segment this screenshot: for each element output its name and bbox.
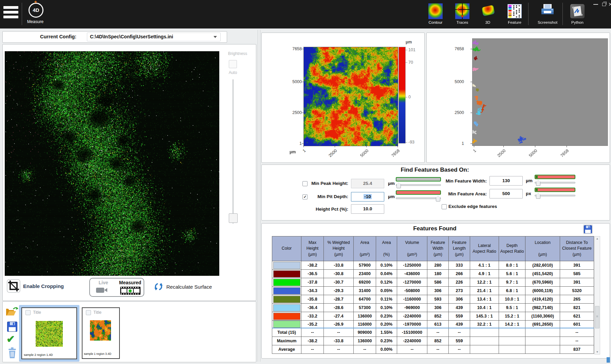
- title-checkbox[interactable]: [25, 310, 31, 315]
- table-scrollbar[interactable]: ▲▼: [594, 236, 600, 355]
- height-pct-label: Height Pct (%):: [297, 206, 348, 212]
- tool-traces[interactable]: Traces: [452, 3, 473, 24]
- chevron-down-icon: [214, 36, 217, 38]
- enable-cropping-label[interactable]: Enable Cropping: [23, 283, 64, 289]
- minimize-icon[interactable]: [593, 4, 598, 5]
- min-feature-area-slider[interactable]: [535, 188, 575, 199]
- table-cell: 4.1 : 1: [470, 261, 499, 270]
- feature-row[interactable]: -35.2-26.91160000.20%-197000061343932.2 …: [272, 321, 594, 328]
- save-results-icon[interactable]: [583, 225, 593, 234]
- gallery-item[interactable]: Title sample 1 region 3.4D: [82, 307, 120, 359]
- axis-tick: 5000: [524, 148, 538, 162]
- table-cell: 837: [560, 345, 594, 353]
- table-cell: 0.04%: [376, 270, 397, 278]
- table-cell: --: [449, 345, 470, 353]
- accept-check-icon[interactable]: ✔: [6, 334, 15, 344]
- table-cell: 333: [449, 261, 470, 270]
- close-icon[interactable]: ✕: [608, 1, 611, 7]
- config-select[interactable]: C:\4D\InSpec\Config\UserSettings.ini: [87, 33, 221, 41]
- table-cell: [470, 345, 499, 353]
- min-peak-height-label: Min Peak Height:: [297, 180, 348, 187]
- table-cell: 559: [449, 312, 470, 321]
- feature-row[interactable]: -36.5-30.8234000.04%-4360001802664.9 : 1…: [272, 270, 594, 278]
- table-cell: -33.8: [324, 337, 354, 345]
- table-cell: -1250000: [397, 261, 427, 270]
- table-cell: 852: [427, 337, 449, 345]
- axis-tick: 2500: [449, 110, 464, 115]
- feature-row[interactable]: -36.4-28.6573000.10%-96900030643910.4 : …: [272, 304, 594, 312]
- feature-location-plot[interactable]: [472, 38, 608, 146]
- gallery-panel: ✔ Title sample 2 region 1.4D Title sampl…: [2, 301, 256, 362]
- min-feature-width-slider[interactable]: [535, 175, 575, 186]
- brightness-slider-thumb[interactable]: [229, 213, 238, 223]
- table-cell: -28.7: [324, 295, 354, 304]
- microscope-image[interactable]: [5, 51, 219, 276]
- menu-icon[interactable]: [3, 6, 18, 20]
- height-map-plot[interactable]: [303, 47, 398, 146]
- min-feature-area-field[interactable]: 500: [489, 189, 523, 198]
- thumbnail-image: [36, 321, 63, 347]
- table-cell: --: [397, 345, 427, 353]
- tool-feature[interactable]: Feature: [504, 3, 525, 24]
- table-cell: --: [354, 345, 376, 353]
- table-cell: -28.6: [324, 304, 354, 312]
- table-cell: -2240000: [397, 337, 427, 345]
- table-cell: 5320: [560, 287, 594, 295]
- title-checkbox[interactable]: [86, 310, 91, 315]
- min-pit-depth-slider[interactable]: [396, 190, 441, 202]
- table-cell: -34.3: [301, 287, 324, 295]
- tool-screenshot[interactable]: Screenshot: [537, 3, 558, 24]
- exclude-edge-checkbox[interactable]: [442, 204, 447, 209]
- table-cell: 0.23%: [376, 337, 397, 345]
- table-cell: (419,4120): [525, 295, 560, 304]
- table-cell: 6.8 : 1: [499, 287, 525, 295]
- panel-splitter[interactable]: [258, 30, 258, 362]
- min-feature-width-field[interactable]: 130: [489, 176, 523, 186]
- recalculate-arrows-icon[interactable]: [153, 281, 164, 292]
- feature-row[interactable]: -35.8-28.7647000.11%-116000059330613.4 :…: [272, 295, 594, 304]
- table-cell: 14.2 : 1: [499, 321, 525, 328]
- table-cell: 10.0 : 1: [499, 295, 525, 304]
- table-cell: [499, 345, 525, 353]
- min-pit-depth-unit: µm: [388, 194, 395, 199]
- measured-toggle[interactable]: Measured: [117, 279, 144, 296]
- height-pct-field[interactable]: 10.0: [351, 204, 384, 214]
- table-cell: 0.10%: [376, 261, 397, 270]
- feature-row[interactable]: -34.3-29.3314000.05%-50800030627321.4 : …: [272, 287, 594, 295]
- brightness-label: Brightness: [220, 51, 255, 56]
- tool-contour[interactable]: Contour: [425, 3, 446, 24]
- summary-row: Total (15)----9090001.55%-15100000------: [272, 328, 594, 337]
- open-file-icon[interactable]: [6, 306, 19, 317]
- tool-python[interactable]: Python: [567, 3, 588, 24]
- table-cell: 12.2 : 1: [470, 278, 499, 287]
- crop-icon[interactable]: [6, 279, 21, 293]
- gallery-item-selected[interactable]: Title sample 2 region 1.4D: [19, 305, 79, 362]
- brightness-slider-track[interactable]: [233, 79, 234, 224]
- table-cell: -508000: [397, 287, 427, 295]
- auto-brightness-box[interactable]: [229, 60, 237, 68]
- summary-label: Average: [272, 345, 301, 353]
- table-cell: -35.8: [301, 295, 324, 304]
- table-cell: 0.10%: [376, 304, 397, 312]
- feature-row[interactable]: -38.2-33.8579000.10%-12500002803334.1 : …: [272, 261, 594, 270]
- min-peak-height-slider[interactable]: [396, 177, 441, 189]
- restore-icon[interactable]: [602, 3, 606, 6]
- feature-row[interactable]: -33.2-27.41360000.23%-2240000852559145.3…: [272, 312, 594, 321]
- delete-trash-icon[interactable]: [7, 347, 17, 359]
- table-cell: -38.2: [301, 261, 324, 270]
- tool-3d[interactable]: 3D: [477, 3, 498, 24]
- live-toggle[interactable]: Live: [90, 279, 117, 296]
- recalculate-label[interactable]: Recalculate Surface: [166, 284, 212, 290]
- feature-color-swatch: [273, 270, 300, 277]
- table-cell: 32.2 : 1: [470, 321, 499, 328]
- save-file-icon[interactable]: [7, 321, 18, 332]
- min-peak-height-field[interactable]: 25.4: [351, 179, 384, 188]
- table-cell: 306: [427, 287, 449, 295]
- column-header: Feature Length (µm): [449, 236, 470, 261]
- table-cell: 0.00%: [376, 345, 397, 353]
- min-pit-depth-field[interactable]: -10: [351, 192, 384, 202]
- table-cell: 306: [427, 304, 449, 312]
- table-cell: 273: [449, 287, 470, 295]
- feature-row[interactable]: -37.8-30.7692000.12%-127000058622612.2 :…: [272, 278, 594, 287]
- axis-tick: 7658: [286, 46, 302, 52]
